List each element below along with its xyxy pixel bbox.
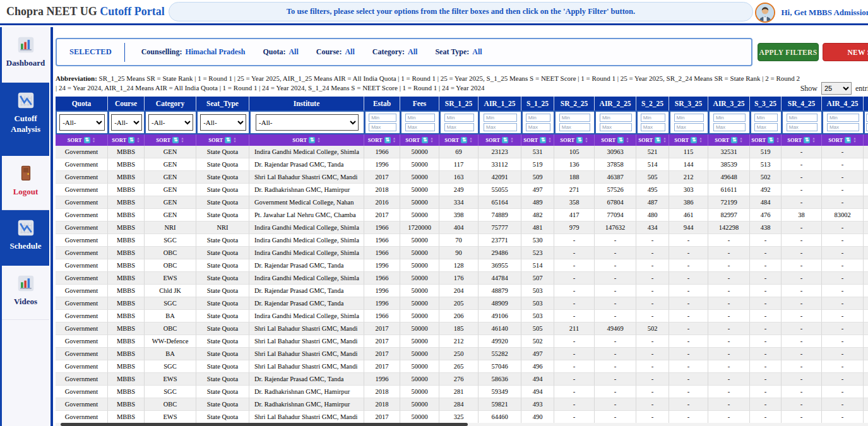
max-input-estab[interactable] <box>369 123 396 131</box>
sort-button-partial[interactable] <box>864 134 868 146</box>
sort-button-category[interactable]: SORT⇅▲▼ <box>145 134 196 146</box>
sort-button-s_1_25[interactable]: SORT⇅▲▼ <box>521 134 554 146</box>
sort-button-air_4_25[interactable]: SORT⇅▲▼ <box>822 134 864 146</box>
table-cell-air_2_25: - <box>595 335 636 348</box>
table-cell-s_1_25: 481 <box>521 222 554 234</box>
sort-button-fees[interactable]: SORT⇅▲▼ <box>400 134 439 146</box>
new-search-button[interactable]: NEW SEARCH <box>823 43 868 61</box>
sort-button-course[interactable]: SORT⇅▲▼ <box>108 134 145 146</box>
min-input-sr_3_25[interactable] <box>674 114 705 122</box>
min-input-air_2_25[interactable] <box>600 114 632 122</box>
max-input-air_3_25[interactable] <box>713 123 746 131</box>
sort-button-estab[interactable]: SORT⇅▲▼ <box>364 134 400 146</box>
sort-button-s_2_25[interactable]: SORT⇅▲▼ <box>636 134 669 146</box>
table-cell-sr_1_25: 398 <box>439 209 479 222</box>
sort-button-s_3_25[interactable]: SORT⇅▲▼ <box>750 134 782 146</box>
max-input-s_1_25[interactable] <box>526 123 550 131</box>
table-cell-air_2_25: - <box>595 297 636 310</box>
max-input-air_1_25[interactable] <box>484 123 517 131</box>
min-input-air_4_25[interactable] <box>827 114 859 122</box>
sidebar-item-schedule[interactable]: Schedule <box>2 210 49 266</box>
min-input-sr_2_25[interactable] <box>559 114 591 122</box>
table-cell-estab: 1966 <box>364 272 400 285</box>
table-cell-seat_type: State Quota <box>196 272 249 285</box>
min-input-estab[interactable] <box>369 114 396 122</box>
horizontal-scrollbar[interactable] <box>56 423 868 426</box>
sidebar-item-cutoff-analysis[interactable]: Cutoff Analysis <box>2 83 49 156</box>
min-input-sr_4_25[interactable] <box>787 114 818 122</box>
sort-direction-icon: ▲▼ <box>317 137 320 143</box>
table-cell-category: Chld JK <box>145 285 196 297</box>
max-input-sr_1_25[interactable] <box>444 123 475 131</box>
sidebar-item-videos[interactable]: Videos <box>2 266 49 320</box>
table-cell-fees: 50000 <box>400 335 439 348</box>
sort-button-sr_4_25[interactable]: SORT⇅▲▼ <box>782 134 822 146</box>
table-cell-estab: 1966 <box>364 222 400 234</box>
sort-button-air_3_25[interactable]: SORT⇅▲▼ <box>708 134 750 146</box>
table-cell-institute: Dr. Radhakrishnan GMC, Hamirpur <box>249 386 364 398</box>
max-input-sr_2_25[interactable] <box>559 123 591 131</box>
table-cell-fees: 50000 <box>400 247 439 259</box>
table-cell-category: SGC <box>145 386 196 398</box>
scrollbar-thumb[interactable] <box>61 423 468 426</box>
sort-button-air_2_25[interactable]: SORT⇅▲▼ <box>595 134 636 146</box>
sort-button-quota[interactable]: SORT⇅▲▼ <box>56 134 108 146</box>
sort-direction-icon: ▲▼ <box>136 137 140 143</box>
table-cell-course: MBBS <box>108 158 145 171</box>
max-input-air_4_25[interactable] <box>827 123 859 131</box>
entries-select[interactable]: 25 <box>821 82 852 95</box>
filter-quota: Quota:All <box>263 47 298 57</box>
table-cell-air_1_25: 48909 <box>479 297 521 310</box>
chart-decreasing-icon <box>17 92 35 109</box>
min-input-s_3_25[interactable] <box>754 114 778 122</box>
up-down-arrows-icon: ⇅ <box>576 137 583 143</box>
table-cell-course: MBBS <box>108 285 145 297</box>
min-input-s_1_25[interactable] <box>526 114 550 122</box>
column-header-s_3_25: S_3_25 <box>750 97 782 110</box>
filter-cell-sr_4_25 <box>782 110 822 134</box>
sidebar-item-logout[interactable]: Logout <box>2 156 49 210</box>
max-input-sr_3_25[interactable] <box>674 123 705 131</box>
filter-select-seat_type[interactable]: -All- <box>200 114 246 131</box>
apply-filters-button[interactable]: APPLY FILTERS <box>758 43 819 61</box>
table-cell-category: OBC <box>145 398 196 411</box>
sort-button-sr_2_25[interactable]: SORT⇅▲▼ <box>554 134 595 146</box>
min-input-air_3_25[interactable] <box>713 114 746 122</box>
table-cell-fees: 50000 <box>400 184 439 196</box>
min-input-air_1_25[interactable] <box>484 114 517 122</box>
max-input-s_2_25[interactable] <box>641 123 665 131</box>
user-area[interactable]: Hi, Get MBBS Admission <box>755 2 868 23</box>
filter-select-quota[interactable]: -All- <box>59 114 105 131</box>
sort-direction-icon: ▲▼ <box>663 137 666 143</box>
min-input-s_2_25[interactable] <box>641 114 665 122</box>
table-cell-air_2_25: - <box>595 234 636 247</box>
max-input-s_3_25[interactable] <box>754 123 778 131</box>
sort-button-sr_1_25[interactable]: SORT⇅▲▼ <box>439 134 479 146</box>
sort-button-institute[interactable]: SORT⇅▲▼ <box>249 134 364 146</box>
max-input-fees[interactable] <box>405 123 436 131</box>
avatar[interactable] <box>755 3 775 23</box>
sort-button-air_1_25[interactable]: SORT⇅▲▼ <box>479 134 521 146</box>
table-cell-category: OBC <box>145 247 196 259</box>
table-cell-institute: Shri Lal Bahadur Shastri GMC, Mandi <box>249 335 364 348</box>
up-down-arrows-icon: ⇅ <box>655 137 661 143</box>
filter-select-institute[interactable]: -All- <box>256 114 359 131</box>
table-cell-seat_type: State Quota <box>196 158 249 171</box>
table-cell-air_1_25: 75777 <box>479 222 521 234</box>
sort-button-seat_type[interactable]: SORT⇅▲▼ <box>196 134 249 146</box>
table-cell-seat_type: NRI <box>196 222 249 234</box>
sort-button-sr_3_25[interactable]: SORT⇅▲▼ <box>669 134 708 146</box>
table-cell-sr_3_25: - <box>669 373 708 386</box>
table-cell-category: BA <box>145 310 196 322</box>
sidebar-item-dashboard[interactable]: Dashboard <box>2 27 49 83</box>
min-input-sr_1_25[interactable] <box>444 114 475 122</box>
sort-direction-icon: ▲▼ <box>699 137 702 143</box>
max-input-sr_4_25[interactable] <box>787 123 818 131</box>
max-input-air_2_25[interactable] <box>600 123 632 131</box>
min-input-fees[interactable] <box>405 114 436 122</box>
table-cell-partial <box>864 158 868 171</box>
filter-select-course[interactable]: -All- <box>111 114 142 131</box>
table-cell-sr_2_25: 211 <box>554 322 595 335</box>
filter-select-category[interactable]: -All- <box>148 114 193 131</box>
table-cell-category: SGC <box>145 234 196 247</box>
